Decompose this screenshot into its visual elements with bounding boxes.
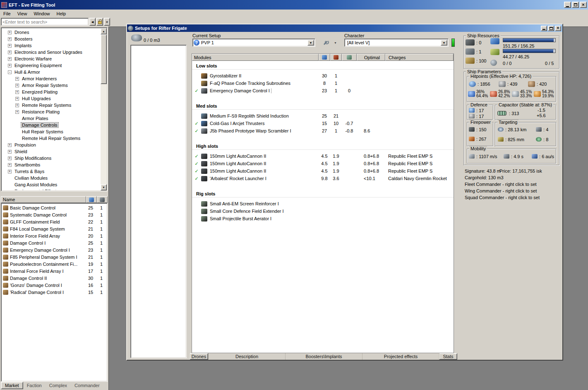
tree-item-resistance-plating[interactable]: +Resistance Plating [2,108,100,115]
expand-box-icon[interactable]: + [15,90,19,94]
module-row[interactable]: ✓J5b Phased Prototype Warp Scrambler I27… [192,127,454,135]
tab-commander[interactable]: Commander [71,382,103,389]
tree-item-damage-controls[interactable]: Damage Controls [2,122,100,128]
market-row[interactable]: 'Radical' Damage Control I151 [2,289,107,296]
expand-box-icon[interactable]: + [8,51,12,54]
menu-help[interactable]: Help [53,10,70,17]
clear-search-button[interactable]: × [104,18,110,26]
setup-window-titlebar[interactable]: Setups for Rifter Frigate × [127,24,562,32]
market-row[interactable]: Damage Control I251 [2,239,107,246]
setup-maximize-button[interactable] [548,26,554,31]
market-row[interactable]: F84 Local Damage System211 [2,225,107,232]
tree-item-turrets-bays[interactable]: +Turrets & Bays [2,168,100,175]
expand-box-icon[interactable]: + [15,97,19,101]
setup-tools-button[interactable] [321,39,331,47]
menu-file[interactable]: File [0,10,14,17]
market-row[interactable]: Interior Force Field Array201 [2,232,107,239]
tree-item-shield[interactable]: +Shield [2,148,100,155]
market-row[interactable]: Emergency Damage Control I231 [2,246,107,253]
tab-market[interactable]: Market [1,382,23,389]
module-row[interactable]: Small Projectile Burst Aerator I [192,215,454,222]
tree-scrollbar[interactable]: ▲ ▼ [101,28,107,190]
market-row[interactable]: 'Gonzo' Damage Control I161 [2,282,107,289]
tree-item-hull-upgrades[interactable]: +Hull Upgrades [2,95,100,102]
scrollbar-thumb[interactable] [101,34,107,84]
current-setup-combo[interactable]: ? PVP 1 ▼ [192,39,315,47]
cpu-column-header[interactable] [319,54,330,61]
tree-item-remote-hull-repair-systems[interactable]: Remote Hull Repair Systems [2,135,100,142]
expand-box-icon[interactable]: + [15,77,19,81]
expand-box-icon[interactable]: + [15,104,19,107]
tree-item-electronic-warfare[interactable]: +Electronic Warfare [2,55,100,62]
tree-item-armor-repair-systems[interactable]: +Armor Repair Systems [2,82,100,89]
tab-description[interactable]: Description [208,353,285,360]
tree-item-engineering-equipment[interactable]: +Engineering Equipment [2,62,100,69]
expand-box-icon[interactable]: + [15,110,19,114]
module-row[interactable]: Small Anti-EM Screen Reinforcer I [192,200,454,207]
module-row[interactable]: ✓Emergency Damage Control I2310 [192,87,454,94]
scroll-down-button[interactable]: ▼ [101,184,107,190]
module-row[interactable]: ✓Cold-Gas I Arcjet Thrusters1510-0.7 [192,120,454,127]
tree-item-remote-repair-systems[interactable]: +Remote Repair Systems [2,102,100,108]
tree-item-armor-plates[interactable]: Armor Plates [2,115,100,122]
scroll-up-button[interactable]: ▲ [101,28,107,34]
tree-item-environmental-effects[interactable]: Environmental Effects [2,188,100,190]
expand-box-icon[interactable]: + [8,37,12,41]
market-row[interactable]: F85 Peripheral Damage System I211 [2,253,107,260]
market-row[interactable]: Damage Control II301 [2,274,107,282]
expand-box-icon[interactable]: + [8,57,12,61]
expand-box-icon[interactable]: + [8,31,12,34]
optimal-column-header[interactable]: Optimal [357,54,385,61]
expand-box-icon[interactable]: + [8,44,12,48]
collapse-box-icon[interactable]: - [8,70,12,74]
powergrid-column-header[interactable] [330,54,342,61]
expand-box-icon[interactable]: + [8,143,12,147]
market-row[interactable]: Internal Force Field Array I171 [2,267,107,274]
setup-minimize-button[interactable] [541,26,547,31]
collapse-panel-button[interactable]: ◄ [89,18,96,26]
menu-view[interactable]: View [14,10,31,17]
module-row[interactable]: ✓150mm Light AutoCannon II4.51.90.8+6.8R… [192,160,454,167]
lock-button[interactable] [96,18,103,26]
tree-item-civilian-modules[interactable]: Civilian Modules [2,175,100,181]
modules-column-header[interactable]: Modules [192,54,319,61]
expand-box-icon[interactable]: + [15,84,19,87]
wing-commander-setting[interactable]: Wing Commander - right click to set [465,188,537,193]
character-combo[interactable]: [All level V] ▼ [344,39,449,47]
tree-item-boosters[interactable]: +Boosters [2,36,100,42]
expand-box-icon[interactable]: + [8,156,12,160]
capacitor-column-header[interactable] [342,54,357,61]
tab-boosters-implants[interactable]: Boosters\Implants [285,353,362,360]
tree-item-drones[interactable]: +Drones [2,29,100,36]
tree-item-ship-modifications[interactable]: +Ship Modifications [2,155,100,161]
expand-box-icon[interactable]: + [8,163,12,167]
quantity-column-header[interactable] [97,196,108,203]
tree-item-armor-hardeners[interactable]: +Armor Hardeners [2,75,100,82]
squad-commander-setting[interactable]: Squad Commander - right click to set [465,195,540,200]
market-row[interactable]: Basic Damage Control251 [2,204,107,211]
module-row[interactable]: ✓'Arbalest' Rocket Launcher I9.83.6<10.1… [192,175,454,182]
tree-item-smartbombs[interactable]: +Smartbombs [2,161,100,168]
tab-faction[interactable]: Faction [23,382,46,389]
maximize-button[interactable] [572,2,579,8]
meta-column-header[interactable] [86,196,97,203]
module-row[interactable]: Medium F-S9 Regolith Shield Induction252… [192,112,454,120]
tab-complex[interactable]: Complex [46,382,71,389]
module-row[interactable]: ✓150mm Light AutoCannon II4.51.90.8+6.8R… [192,152,454,160]
character-dropdown-button[interactable]: ▼ [441,40,447,46]
tree-item-propulsion[interactable]: +Propulsion [2,142,100,148]
setup-tools-dropdown-button[interactable]: ▼ [332,39,338,47]
tab-stats[interactable]: Stats [439,353,457,360]
search-input[interactable] [1,18,89,26]
charges-column-header[interactable]: Charges [385,54,454,61]
minimize-button[interactable] [564,2,571,8]
expand-box-icon[interactable]: + [8,64,12,67]
tab-drones[interactable]: Drones [190,353,208,360]
tab-projected-effects[interactable]: Projected effects [362,353,439,360]
drone-bay-list[interactable] [130,45,187,358]
app-titlebar[interactable]: EFT - Eve Fitting Tool × [0,0,588,10]
setup-close-button[interactable]: × [555,26,561,31]
name-column-header[interactable]: Name [1,196,86,203]
expand-box-icon[interactable]: + [8,170,12,173]
market-row[interactable]: Pseudoelectron Containment Fi...191 [2,260,107,267]
